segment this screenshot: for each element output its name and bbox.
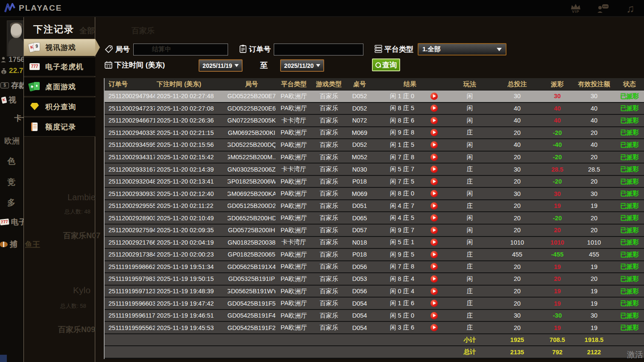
sidebar-item-table-games[interactable]: ♣♦ 桌面游戏 [24,77,95,96]
play-video-icon[interactable] [430,117,438,124]
table-row[interactable]: 251119195971235 2025-11-19 19:48:39 GD05… [105,286,644,298]
lobby-jingmi[interactable]: 竞 [7,177,15,188]
sidebar-item-slots[interactable]: 777 电子老虎机 [24,57,95,76]
col-header-game-type[interactable]: 游戏类型 [312,78,345,90]
table-row[interactable]: 251120029479442 2025-11-20 02:27:48 GD05… [105,90,644,103]
cell-bet-time: 2025-11-20 02:21:15 [155,127,228,139]
table-row[interactable]: 251120029320486 2025-11-20 02:13:41 GP01… [105,176,644,188]
col-header-result[interactable]: 结果 [374,78,446,90]
table-row[interactable]: 251119195961176 2025-11-19 19:46:51 GD05… [105,310,644,322]
subtotal-payout: 708.5 [541,334,574,346]
cell-bet-type: 庄 [446,261,493,273]
lobby-fishing[interactable]: 捕 [0,239,18,249]
table-row[interactable]: 251120029295557 2025-11-20 02:11:22 GD05… [105,200,644,213]
table-row[interactable]: 251120029343177 2025-11-20 02:15:42 GM05… [105,152,644,164]
date-from-picker[interactable]: 2025/11/19 [199,59,243,72]
avatar[interactable] [7,20,25,56]
col-header-bet-time[interactable]: 下注时间 (美东) [155,78,228,90]
cell-platform: PA欧洲厅 [275,298,312,309]
cell-status: 已派彩 [615,286,644,297]
lobby-duotai[interactable]: 多 [7,197,15,208]
play-video-icon[interactable] [430,300,438,307]
date-from-value: 2025/11/19 [202,62,232,69]
lobby-sedie[interactable]: 色 [7,156,15,167]
play-video-icon[interactable] [430,239,438,246]
play-video-icon[interactable] [430,324,438,331]
sidebar-item-live-games[interactable]: K9 视讯游戏 [24,39,95,56]
document-icon [29,121,41,132]
cell-total-bet: 40 [493,103,541,114]
col-header-round-no[interactable]: 局号 [228,78,275,90]
table-row[interactable]: 251119195979831 2025-11-19 19:50:15 GD05… [105,273,644,286]
total-total-bet: 2135 [493,346,541,358]
cell-game-type: 百家乐 [312,298,345,309]
col-header-platform[interactable]: 平台类型 [275,78,312,90]
table-row[interactable]: 251120029403359 2025-11-20 02:21:15 GM06… [105,127,644,140]
cell-result: 闲 0 庄 4 [374,286,446,297]
table-row[interactable]: 251120029331672 2025-11-20 02:14:39 GN03… [105,163,644,176]
table-row[interactable]: 251120029309339 2025-11-20 02:12:40 GM06… [105,188,644,200]
play-video-icon[interactable] [430,129,438,136]
platform-type-dropdown[interactable]: 1.全部 [418,43,506,55]
cell-payout: 19 [541,200,574,212]
cell-bet-time: 2025-11-20 02:27:08 [155,103,228,114]
lobby-slots[interactable]: 777 电子 [0,217,26,227]
cell-bet-type: 庄 [446,298,493,309]
sidebar-item-points-query[interactable]: 积分查询 [24,97,95,117]
play-video-icon[interactable] [430,190,438,197]
play-video-icon[interactable] [430,141,438,149]
order-no-input[interactable] [274,44,363,55]
table-row[interactable]: 251120029466718 2025-11-20 02:26:36 GN07… [105,115,644,127]
col-header-valid-bet[interactable]: 有效投注额 [574,78,615,90]
lobby-video-games[interactable]: K 视 [2,95,16,105]
table-row[interactable]: 251120029217661 2025-11-20 02:04:19 GN01… [105,237,644,249]
play-video-icon[interactable] [430,251,438,258]
play-video-icon[interactable] [430,105,438,112]
play-video-icon[interactable] [430,178,438,185]
play-video-icon[interactable] [430,288,438,295]
cell-table-no: P018 [345,176,374,187]
table-row[interactable]: 251119195966032 2025-11-19 19:47:42 GD05… [105,298,644,310]
cell-status: 已派彩 [615,212,644,224]
ghost-table-name: 百家乐N09 [58,324,95,335]
play-video-icon[interactable] [430,263,438,270]
table-row[interactable]: 251120029289033 2025-11-20 02:10:49 GD06… [105,212,644,225]
play-video-icon[interactable] [430,275,438,283]
table-row[interactable]: 251119195955622 2025-11-19 19:45:53 GD05… [105,322,644,334]
sidebar-item-quota-records[interactable]: 额度记录 [24,117,95,137]
round-no-input[interactable] [133,44,228,55]
table-row[interactable]: 251119195986626 2025-11-19 19:51:34 GD05… [105,261,644,274]
play-video-icon[interactable] [430,202,438,210]
play-video-icon[interactable] [430,93,438,100]
col-header-table-no[interactable]: 桌号 [345,78,374,90]
date-to-picker[interactable]: 2025/11/20 [280,59,324,72]
top-navbar: PLAYACE VIP ♫ [0,0,644,17]
col-header-status[interactable]: 状态 [615,78,644,90]
cell-order-no: 251120029343177 [105,152,155,163]
brand-logo[interactable]: PLAYACE [4,3,62,13]
ghost-dealer-name: Lambie [67,193,96,202]
corner-decoration [0,355,7,362]
table-row[interactable]: 251120029173848 2025-11-20 02:00:23 GP01… [105,249,644,261]
play-video-icon[interactable] [430,166,438,173]
lobby-europe[interactable]: 欧洲 [4,136,20,146]
col-header-bet-type[interactable]: 玩法 [446,78,493,90]
col-header-order-no[interactable]: 订单号 [105,78,155,90]
cell-platform: PA欧洲厅 [275,212,312,224]
customer-service-button[interactable] [594,1,612,16]
play-video-icon[interactable] [430,312,438,319]
col-header-payout[interactable]: 派彩 [541,78,574,90]
play-video-icon[interactable] [430,154,438,161]
play-video-icon[interactable] [430,214,438,222]
table-row[interactable]: 251120029345959 2025-11-20 02:15:56 GD05… [105,139,644,152]
search-button[interactable]: 查询 [372,58,400,71]
vip-button[interactable]: VIP [567,1,584,16]
table-row[interactable]: 251120029472370 2025-11-20 02:27:08 GD05… [105,103,644,115]
round-no-label: 局号 [115,44,130,54]
cell-payout: 19 [541,286,574,297]
col-header-total-bet[interactable]: 总投注 [493,78,541,90]
table-row[interactable]: 251120029275943 2025-11-20 02:09:35 GD05… [105,225,644,237]
music-button[interactable]: ♫ [622,1,639,16]
deposit-button[interactable]: $ 存款 [0,80,26,90]
play-video-icon[interactable] [430,227,438,234]
